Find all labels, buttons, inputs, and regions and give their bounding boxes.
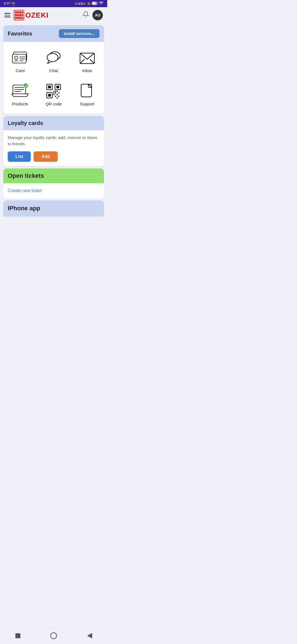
svg-rect-31 — [53, 94, 54, 95]
logo-icon — [14, 10, 24, 20]
favorite-item-card[interactable]: Card — [3, 45, 37, 78]
camera-icon: 📷 — [11, 2, 15, 6]
chat-icon — [44, 50, 63, 66]
iphone-app-header: IPhone app — [3, 200, 104, 216]
card-icon — [10, 50, 30, 66]
svg-rect-33 — [55, 96, 56, 97]
iphone-app-title: IPhone app — [8, 205, 40, 212]
favorite-item-support[interactable]: Support — [70, 78, 104, 111]
top-navigation: OZEKI AU — [0, 7, 107, 23]
svg-rect-26 — [57, 91, 58, 92]
iphone-app-card: IPhone app — [3, 200, 104, 216]
svg-rect-2 — [93, 2, 96, 4]
favorite-chat-label: Chat — [49, 68, 58, 73]
support-icon — [78, 83, 97, 99]
open-tickets-body: Create new ticket — [3, 183, 104, 198]
favorite-qrcode-label: QR code — [45, 102, 62, 106]
favorites-grid: Card Chat — [3, 42, 104, 114]
favorite-item-qrcode[interactable]: QR code — [37, 78, 70, 111]
loyalty-cards-title: Loyalty cards — [8, 120, 43, 126]
svg-rect-34 — [57, 97, 58, 99]
svg-rect-29 — [53, 92, 54, 94]
favorites-card: Favorites Install services... — [3, 25, 104, 114]
favorite-products-label: Products — [12, 102, 28, 106]
svg-rect-23 — [48, 94, 51, 97]
create-ticket-link[interactable]: Create new ticket — [8, 188, 42, 193]
favorite-card-label: Card — [16, 68, 25, 73]
status-right: 0.0KB/s 🔕 — [75, 2, 103, 6]
svg-rect-21 — [56, 86, 59, 88]
battery-icon — [92, 2, 98, 6]
open-tickets-card: Open tickets Create new ticket — [3, 168, 104, 198]
loyalty-add-button[interactable]: Add — [34, 151, 57, 162]
loyalty-cards-card: Loyalty cards Manage your loyalty cards,… — [3, 116, 104, 166]
products-icon — [10, 83, 30, 99]
loyalty-list-button[interactable]: List — [8, 151, 31, 162]
loyalty-cards-description: Manage your loyalty cards, add, remove o… — [8, 135, 100, 147]
favorite-inbox-label: Inbox — [82, 68, 92, 73]
user-avatar[interactable]: AU — [92, 10, 103, 20]
svg-rect-30 — [57, 94, 58, 95]
svg-rect-19 — [48, 86, 51, 88]
status-bar: 9:37 📷 0.0KB/s 🔕 — [0, 0, 107, 7]
network-speed: 0.0KB/s — [75, 2, 86, 5]
favorite-item-inbox[interactable]: Inbox — [70, 45, 104, 78]
open-tickets-title: Open tickets — [8, 172, 44, 179]
favorite-support-label: Support — [80, 102, 95, 106]
svg-rect-27 — [55, 92, 56, 94]
time: 9:37 — [4, 2, 10, 6]
wifi-icon — [99, 2, 103, 6]
favorites-title: Favorites — [8, 31, 32, 37]
hamburger-menu[interactable] — [4, 13, 10, 17]
status-left: 9:37 📷 — [4, 2, 15, 6]
loyalty-cards-body: Manage your loyalty cards, add, remove o… — [3, 130, 104, 166]
inbox-icon — [78, 50, 97, 66]
favorites-header: Favorites Install services... — [3, 25, 104, 42]
install-services-button[interactable]: Install services... — [59, 29, 100, 38]
svg-rect-28 — [58, 92, 59, 94]
svg-rect-25 — [55, 91, 56, 92]
logo-text: OZEKI — [25, 11, 48, 20]
open-tickets-header: Open tickets — [3, 168, 104, 183]
svg-point-10 — [47, 53, 58, 62]
loyalty-buttons: List Add — [8, 151, 100, 162]
favorite-item-chat[interactable]: Chat — [37, 45, 70, 78]
favorite-item-products[interactable]: Products — [3, 78, 37, 111]
loyalty-cards-header: Loyalty cards — [3, 116, 104, 130]
svg-rect-1 — [97, 3, 98, 4]
mute-icon: 🔕 — [87, 2, 91, 6]
svg-rect-32 — [58, 96, 59, 97]
logo: OZEKI — [14, 10, 48, 20]
svg-rect-24 — [53, 91, 54, 92]
qrcode-icon — [44, 83, 63, 99]
notification-bell-icon[interactable] — [82, 11, 89, 19]
